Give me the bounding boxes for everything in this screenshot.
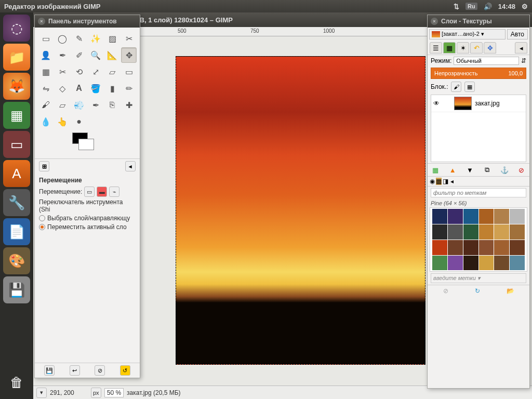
network-icon[interactable]: ⇅ xyxy=(454,3,459,10)
texture-swatch[interactable] xyxy=(432,240,447,255)
opacity-slider[interactable]: Непрозрачность 100,0 xyxy=(431,68,526,79)
zoom-level[interactable]: 50 % xyxy=(104,388,124,397)
texture-open-icon[interactable]: 📂 xyxy=(507,287,514,295)
texture-swatch[interactable] xyxy=(479,240,494,255)
texture-swatch[interactable] xyxy=(432,224,447,240)
keyboard-layout-indicator[interactable]: Ru xyxy=(466,3,477,10)
texture-swatch[interactable] xyxy=(510,240,525,255)
texture-swatch[interactable] xyxy=(448,240,463,255)
options-menu-icon[interactable]: ◂ xyxy=(125,161,136,171)
tab-layers-icon[interactable]: ☰ xyxy=(430,42,442,54)
texture-tag-input[interactable]: введите метки ▾ xyxy=(431,273,526,283)
visibility-eye-icon[interactable]: 👁 xyxy=(433,100,442,107)
texture-swatch[interactable] xyxy=(494,256,509,271)
lock-alpha-icon[interactable]: ▦ xyxy=(464,82,475,92)
texture-swatch[interactable] xyxy=(448,256,463,271)
tool-by-color[interactable]: ▨ xyxy=(104,31,120,46)
tool-shear[interactable]: ▱ xyxy=(104,64,120,79)
launcher-trash[interactable]: 🗑 xyxy=(3,369,30,396)
background-color[interactable] xyxy=(78,139,94,150)
tool-heal[interactable]: ✚ xyxy=(121,97,137,113)
options-delete-icon[interactable]: ⊘ xyxy=(95,365,105,376)
tool-paths[interactable]: ✒ xyxy=(55,47,70,63)
tool-smudge[interactable]: 👆 xyxy=(55,114,70,129)
tool-rotate[interactable]: ⟲ xyxy=(71,64,87,79)
texture-swatch[interactable] xyxy=(463,240,478,255)
close-icon[interactable]: × xyxy=(431,18,438,25)
tool-eraser[interactable]: ▱ xyxy=(55,97,70,113)
sound-icon[interactable]: 🔊 xyxy=(484,3,492,10)
tab-channels-icon[interactable]: ▦ xyxy=(443,42,456,54)
tab-gradients-icon[interactable]: ◨ xyxy=(443,178,448,185)
tab-paths-icon[interactable]: ✶ xyxy=(457,42,469,54)
duplicate-layer-icon[interactable]: ⧉ xyxy=(483,165,492,175)
tab-menu-icon[interactable]: ◂ xyxy=(450,178,454,185)
tool-measure[interactable]: 📐 xyxy=(104,47,120,63)
texture-swatch[interactable] xyxy=(494,240,509,255)
tool-rect-select[interactable]: ▭ xyxy=(38,31,54,46)
launcher-usb[interactable]: 💾 xyxy=(3,276,30,303)
tool-ink[interactable]: ✒ xyxy=(88,97,103,113)
texture-swatch[interactable] xyxy=(479,209,494,224)
texture-swatch[interactable] xyxy=(463,224,478,240)
chevron-down-icon[interactable]: ⇵ xyxy=(521,57,526,64)
tab-undo-icon[interactable]: ↶ xyxy=(470,42,483,54)
tool-scale[interactable]: ⤢ xyxy=(88,64,103,79)
tool-crop[interactable]: ✂ xyxy=(55,64,70,79)
options-save-icon[interactable]: 💾 xyxy=(44,365,55,376)
tool-dodge[interactable]: ● xyxy=(71,114,87,129)
delete-layer-icon[interactable]: ⊘ xyxy=(517,165,526,175)
texture-swatch[interactable] xyxy=(494,209,509,224)
texture-refresh-icon[interactable]: ↻ xyxy=(475,287,480,295)
auto-button[interactable]: Авто xyxy=(507,29,528,39)
tool-bucket[interactable]: 🪣 xyxy=(88,81,103,96)
launcher-firefox[interactable]: 🦊 xyxy=(3,73,30,100)
tool-ellipse-select[interactable]: ◯ xyxy=(55,31,70,46)
tool-cage[interactable]: ◇ xyxy=(55,81,70,96)
new-layer-icon[interactable]: ▦ xyxy=(431,165,440,175)
radio-pick-layer[interactable] xyxy=(39,215,45,221)
texture-swatch[interactable] xyxy=(432,256,447,271)
texture-swatch[interactable] xyxy=(463,209,478,224)
move-mode-path-icon[interactable]: ⌁ xyxy=(109,187,119,197)
tool-blend[interactable]: ▮ xyxy=(104,81,120,96)
layer-thumbnail[interactable] xyxy=(454,97,472,110)
layer-name[interactable]: закат.jpg xyxy=(475,100,500,107)
lower-layer-icon[interactable]: ▼ xyxy=(465,165,474,175)
texture-edit-icon[interactable]: ⊘ xyxy=(443,287,448,295)
tool-paintbrush[interactable]: 🖌 xyxy=(38,97,54,113)
texture-swatch[interactable] xyxy=(432,209,447,224)
launcher-files[interactable]: 📁 xyxy=(3,44,30,71)
texture-swatch[interactable] xyxy=(448,209,463,224)
color-swatch[interactable] xyxy=(35,132,140,158)
launcher-software-center[interactable]: A xyxy=(3,160,30,187)
tool-flip[interactable]: ⇋ xyxy=(38,81,54,96)
clock[interactable]: 14:48 xyxy=(498,3,515,10)
texture-swatch[interactable] xyxy=(510,209,525,224)
tool-fuzzy-select[interactable]: ✨ xyxy=(88,31,103,46)
texture-filter[interactable] xyxy=(431,188,526,197)
lock-pixels-icon[interactable]: 🖌 xyxy=(451,82,461,92)
anchor-layer-icon[interactable]: ⚓ xyxy=(500,165,509,175)
launcher-writer[interactable]: 📄 xyxy=(3,218,30,245)
launcher-gimp[interactable]: 🎨 xyxy=(3,247,30,274)
options-tab-icon[interactable]: ⊞ xyxy=(39,161,49,171)
tab-move-icon[interactable]: ✥ xyxy=(484,42,496,54)
move-mode-selection-icon[interactable]: ▬ xyxy=(97,187,107,197)
statusbar-unit[interactable]: px xyxy=(91,388,101,398)
texture-swatch[interactable] xyxy=(494,224,509,240)
texture-swatch[interactable] xyxy=(463,256,478,271)
launcher-impress[interactable]: ▭ xyxy=(3,131,30,158)
toolbox-titlebar[interactable]: × Панель инструментов xyxy=(35,15,140,28)
tab-menu-icon[interactable]: ◂ xyxy=(515,42,527,54)
launcher-settings[interactable]: 🔧 xyxy=(3,189,30,216)
raise-layer-icon[interactable]: ▲ xyxy=(448,165,457,175)
tool-pencil[interactable]: ✏ xyxy=(121,81,137,96)
texture-swatch[interactable] xyxy=(479,256,494,271)
tool-move[interactable]: ✥ xyxy=(121,47,137,63)
layer-list[interactable]: 👁 закат.jpg xyxy=(431,95,526,162)
texture-swatch[interactable] xyxy=(510,224,525,240)
tool-foreground[interactable]: 👤 xyxy=(38,47,54,63)
mode-select[interactable]: Обычный xyxy=(454,57,519,65)
layer-row[interactable]: 👁 закат.jpg xyxy=(431,95,526,112)
